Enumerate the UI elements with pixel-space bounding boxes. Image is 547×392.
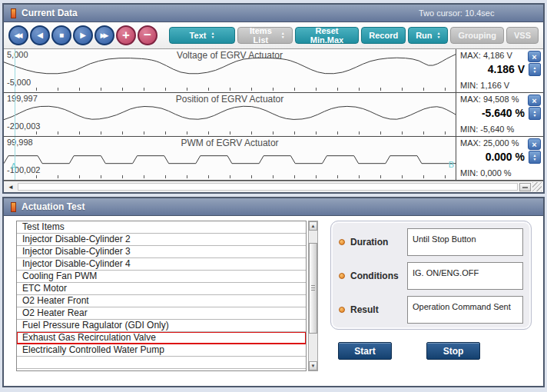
field-value-box: Operation Command Sent — [407, 296, 523, 324]
list-item[interactable] — [17, 357, 306, 369]
y-axis-max-label: 199,997 — [7, 94, 38, 103]
window-title: Current Data — [22, 8, 78, 18]
scrollbar-track[interactable] — [18, 183, 518, 191]
list-item-label: Fuel Pressure Ragulator (GDI Only) — [22, 320, 169, 331]
cursor-b-label: B — [449, 160, 454, 169]
collapse-button[interactable] — [519, 183, 531, 191]
actuation-test-titlebar: Actuation Test — [4, 198, 543, 216]
zoom-out-button[interactable]: − — [138, 25, 157, 45]
fast-rewind-button[interactable]: ◀◀ — [8, 25, 28, 45]
chart-value-panel: MAX: 4,186 V × 4.186 V ▲ ▼ MIN: 1,166 V — [456, 49, 543, 92]
field-value: Operation Command Sent — [413, 302, 511, 311]
list-item[interactable]: O2 Heater Rear — [17, 307, 306, 320]
scrollbar-thumb[interactable] — [309, 243, 317, 334]
spinner-down-icon: ▼ — [533, 158, 537, 161]
list-item[interactable]: O2 Heater Front — [17, 295, 306, 307]
list-item-label: Injector Disable-Cylinder 4 — [22, 258, 131, 269]
chart-plot-area[interactable]: 99,998 PWM of EGRV Actuator -100,002 AB — [4, 137, 456, 180]
toolbar: ◀◀ ◀ ■ ▶ ▶▶ + − Text▲▼ Items List▲▼ Rese… — [4, 22, 543, 49]
field-row: Duration Until Stop Button — [339, 228, 523, 256]
x-axis-ticks — [15, 131, 453, 135]
list-item-label: Electrically Controlled Water Pump — [22, 344, 164, 355]
chart-plot-area[interactable]: 5,000 Voltage of EGRV Actuator -5,000 — [4, 49, 456, 92]
fast-forward-button[interactable]: ▶▶ — [94, 25, 114, 45]
toolbar-button-label: Items List — [245, 26, 277, 45]
y-axis-min-label: -200,003 — [7, 121, 40, 131]
field-row: Conditions IG. ON/ENG.OFF — [339, 262, 523, 290]
current-data-window: Current Data Two cursor: 10.4sec ◀◀ ◀ ■ … — [2, 3, 545, 194]
list-item[interactable]: Injector Disable-Cylinder 3 — [17, 246, 306, 258]
current-value: 4.186 V — [488, 63, 525, 75]
run-button[interactable]: Run▲▼ — [408, 27, 448, 44]
list-item-label: Injector Disable-Cylinder 2 — [22, 234, 131, 244]
chart-row: 99,998 PWM of EGRV Actuator -100,002 AB … — [4, 137, 543, 181]
horizontal-scrollbar[interactable]: ◄ — [4, 181, 543, 192]
list-item-label: O2 Heater Front — [22, 295, 89, 306]
min-readout: MIN: 0,000 % — [460, 168, 512, 178]
spinner-arrows-icon: ▲▼ — [281, 32, 285, 39]
chart-value-panel: MAX: 25,000 % × 0.000 % ▲ ▼ MIN: 0,000 % — [456, 137, 543, 180]
start-button[interactable]: Start — [338, 342, 392, 360]
spinner-arrows-icon: ▲▼ — [211, 32, 214, 39]
list-item-label: Cooling Fan PWM — [22, 271, 97, 281]
current-value: -5.640 % — [482, 107, 525, 119]
play-button[interactable]: ▶ — [73, 25, 93, 45]
charts-area: 5,000 Voltage of EGRV Actuator -5,000 MA… — [4, 49, 543, 181]
stop-button[interactable]: ■ — [51, 25, 71, 45]
test-items-list-wrap: Test Items Injector Disable-Cylinder 2 I… — [16, 221, 318, 371]
list-item-label: ETC Motor — [22, 283, 67, 294]
zoom-in-button[interactable]: + — [116, 25, 136, 45]
chart-plot-area[interactable]: 199,997 Position of EGRV Actuator -200,0… — [4, 93, 456, 136]
x-axis-ticks — [15, 88, 453, 91]
list-header[interactable]: Test Items — [17, 221, 306, 234]
list-item[interactable]: Injector Disable-Cylinder 2 — [17, 234, 306, 246]
close-chart-button[interactable]: × — [528, 95, 541, 106]
scroll-up-icon[interactable]: ▲ — [309, 221, 317, 231]
nav-button-icon: − — [144, 28, 151, 42]
bullet-icon — [339, 307, 345, 313]
spinner-down-icon: ▼ — [533, 114, 537, 118]
min-readout: MIN: 1,166 V — [460, 81, 509, 90]
max-readout: MAX: 25,000 % — [460, 138, 519, 148]
field-row: Result Operation Command Sent — [339, 296, 523, 324]
nav-button-icon: ▶ — [80, 32, 86, 39]
chart-title: Position of EGRV Actuator — [4, 94, 456, 105]
record-button[interactable]: Record — [361, 27, 406, 44]
max-readout: MAX: 94,508 % — [460, 95, 519, 104]
list-item[interactable]: Fuel Pressure Ragulator (GDI Only) — [17, 320, 306, 332]
toolbar-button-label: Run — [416, 31, 432, 40]
value-spinner-button[interactable]: ▲ ▼ — [529, 63, 541, 76]
value-spinner-button[interactable]: ▲ ▼ — [529, 107, 541, 120]
list-item-label: O2 Heater Rear — [22, 307, 88, 318]
nav-button-icon: ▶▶ — [101, 32, 107, 39]
reset-min-max-button[interactable]: Reset Min.Max — [295, 27, 359, 44]
scroll-left-icon[interactable]: ◄ — [5, 184, 16, 191]
close-chart-button[interactable]: × — [528, 138, 541, 150]
chart-row: 5,000 Voltage of EGRV Actuator -5,000 MA… — [4, 49, 543, 93]
resize-grip-icon[interactable] — [532, 182, 542, 191]
field-value: IG. ON/ENG.OFF — [413, 268, 479, 277]
list-item-label: Injector Disable-Cylinder 3 — [22, 246, 131, 257]
list-item[interactable]: Exhaust Gas Recirculation Valve — [17, 332, 306, 344]
list-item[interactable]: Injector Disable-Cylinder 4 — [17, 258, 306, 271]
list-scrollbar[interactable]: ▲ ▼ — [308, 221, 318, 371]
list-item[interactable]: ETC Motor — [17, 283, 306, 295]
cursor-a-label: A — [11, 161, 16, 171]
text-button[interactable]: Text▲▼ — [169, 27, 235, 44]
nav-button-icon: ◀ — [37, 32, 43, 39]
cursor-a-line — [15, 49, 15, 92]
items-list-button[interactable]: Items List▲▼ — [237, 27, 293, 44]
list-item[interactable]: Cooling Fan PWM — [17, 271, 306, 283]
list-item[interactable]: Electrically Controlled Water Pump — [17, 344, 306, 357]
window-title: Actuation Test — [22, 201, 85, 212]
stop-button[interactable]: Stop — [426, 342, 480, 360]
cursor-a-line — [15, 93, 15, 136]
field-value: Until Stop Button — [413, 234, 476, 244]
value-spinner-button[interactable]: ▲ ▼ — [529, 151, 541, 164]
nav-button-icon: ◀◀ — [15, 32, 21, 39]
close-chart-button[interactable]: × — [528, 51, 541, 62]
scroll-down-icon[interactable]: ▼ — [309, 361, 317, 370]
vss-button: VSS — [506, 27, 539, 44]
step-back-button[interactable]: ◀ — [30, 25, 50, 45]
current-value: 0.000 % — [486, 151, 525, 163]
